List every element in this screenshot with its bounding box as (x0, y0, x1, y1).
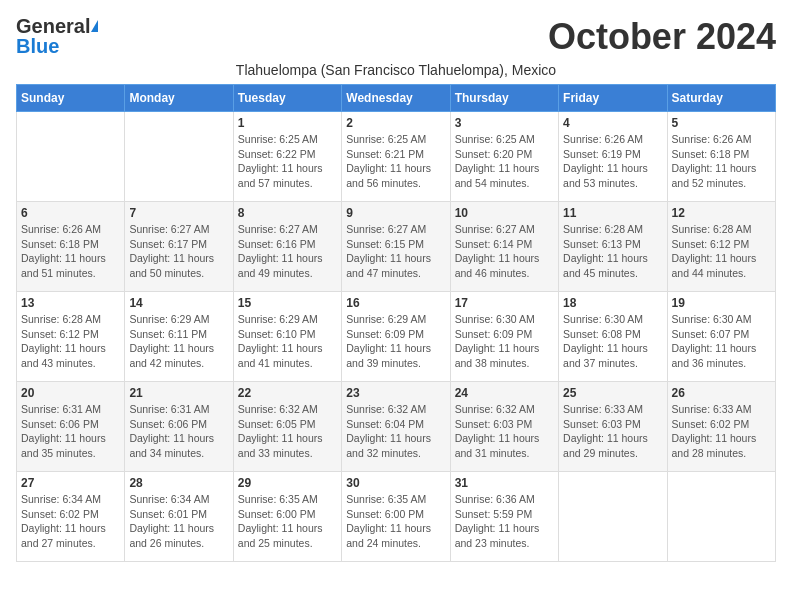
day-number: 14 (129, 296, 228, 310)
day-info: Sunrise: 6:28 AM Sunset: 6:12 PM Dayligh… (21, 312, 120, 371)
day-number: 16 (346, 296, 445, 310)
day-info: Sunrise: 6:33 AM Sunset: 6:03 PM Dayligh… (563, 402, 662, 461)
day-info: Sunrise: 6:32 AM Sunset: 6:05 PM Dayligh… (238, 402, 337, 461)
day-info: Sunrise: 6:27 AM Sunset: 6:16 PM Dayligh… (238, 222, 337, 281)
day-info: Sunrise: 6:29 AM Sunset: 6:11 PM Dayligh… (129, 312, 228, 371)
calendar-cell: 10Sunrise: 6:27 AM Sunset: 6:14 PM Dayli… (450, 202, 558, 292)
calendar-cell: 1Sunrise: 6:25 AM Sunset: 6:22 PM Daylig… (233, 112, 341, 202)
calendar-cell: 29Sunrise: 6:35 AM Sunset: 6:00 PM Dayli… (233, 472, 341, 562)
header: General Blue October 2024 (16, 16, 776, 58)
header-wednesday: Wednesday (342, 85, 450, 112)
day-info: Sunrise: 6:25 AM Sunset: 6:20 PM Dayligh… (455, 132, 554, 191)
day-number: 24 (455, 386, 554, 400)
day-info: Sunrise: 6:36 AM Sunset: 5:59 PM Dayligh… (455, 492, 554, 551)
calendar-cell: 13Sunrise: 6:28 AM Sunset: 6:12 PM Dayli… (17, 292, 125, 382)
day-info: Sunrise: 6:30 AM Sunset: 6:07 PM Dayligh… (672, 312, 771, 371)
logo-text: General (16, 16, 98, 36)
day-number: 10 (455, 206, 554, 220)
day-info: Sunrise: 6:35 AM Sunset: 6:00 PM Dayligh… (346, 492, 445, 551)
logo: General Blue (16, 16, 98, 56)
calendar-cell: 14Sunrise: 6:29 AM Sunset: 6:11 PM Dayli… (125, 292, 233, 382)
calendar-cell: 8Sunrise: 6:27 AM Sunset: 6:16 PM Daylig… (233, 202, 341, 292)
day-info: Sunrise: 6:25 AM Sunset: 6:22 PM Dayligh… (238, 132, 337, 191)
day-info: Sunrise: 6:30 AM Sunset: 6:09 PM Dayligh… (455, 312, 554, 371)
day-info: Sunrise: 6:27 AM Sunset: 6:15 PM Dayligh… (346, 222, 445, 281)
day-number: 21 (129, 386, 228, 400)
day-info: Sunrise: 6:27 AM Sunset: 6:14 PM Dayligh… (455, 222, 554, 281)
day-info: Sunrise: 6:30 AM Sunset: 6:08 PM Dayligh… (563, 312, 662, 371)
calendar-cell: 5Sunrise: 6:26 AM Sunset: 6:18 PM Daylig… (667, 112, 775, 202)
calendar-cell: 7Sunrise: 6:27 AM Sunset: 6:17 PM Daylig… (125, 202, 233, 292)
day-number: 18 (563, 296, 662, 310)
day-number: 9 (346, 206, 445, 220)
calendar-cell: 15Sunrise: 6:29 AM Sunset: 6:10 PM Dayli… (233, 292, 341, 382)
calendar-cell: 19Sunrise: 6:30 AM Sunset: 6:07 PM Dayli… (667, 292, 775, 382)
calendar-header-row: SundayMondayTuesdayWednesdayThursdayFrid… (17, 85, 776, 112)
logo-triangle-icon (91, 20, 98, 32)
day-number: 7 (129, 206, 228, 220)
calendar-cell: 21Sunrise: 6:31 AM Sunset: 6:06 PM Dayli… (125, 382, 233, 472)
day-info: Sunrise: 6:26 AM Sunset: 6:18 PM Dayligh… (672, 132, 771, 191)
calendar-cell: 17Sunrise: 6:30 AM Sunset: 6:09 PM Dayli… (450, 292, 558, 382)
day-info: Sunrise: 6:25 AM Sunset: 6:21 PM Dayligh… (346, 132, 445, 191)
day-number: 5 (672, 116, 771, 130)
calendar-cell: 3Sunrise: 6:25 AM Sunset: 6:20 PM Daylig… (450, 112, 558, 202)
day-number: 27 (21, 476, 120, 490)
day-number: 6 (21, 206, 120, 220)
day-number: 29 (238, 476, 337, 490)
calendar-cell: 9Sunrise: 6:27 AM Sunset: 6:15 PM Daylig… (342, 202, 450, 292)
day-number: 28 (129, 476, 228, 490)
day-number: 20 (21, 386, 120, 400)
day-info: Sunrise: 6:26 AM Sunset: 6:18 PM Dayligh… (21, 222, 120, 281)
header-friday: Friday (559, 85, 667, 112)
calendar-cell: 12Sunrise: 6:28 AM Sunset: 6:12 PM Dayli… (667, 202, 775, 292)
day-info: Sunrise: 6:27 AM Sunset: 6:17 PM Dayligh… (129, 222, 228, 281)
calendar-cell: 31Sunrise: 6:36 AM Sunset: 5:59 PM Dayli… (450, 472, 558, 562)
calendar-cell: 23Sunrise: 6:32 AM Sunset: 6:04 PM Dayli… (342, 382, 450, 472)
day-number: 3 (455, 116, 554, 130)
calendar-cell: 11Sunrise: 6:28 AM Sunset: 6:13 PM Dayli… (559, 202, 667, 292)
day-info: Sunrise: 6:26 AM Sunset: 6:19 PM Dayligh… (563, 132, 662, 191)
calendar-cell: 20Sunrise: 6:31 AM Sunset: 6:06 PM Dayli… (17, 382, 125, 472)
calendar-cell (667, 472, 775, 562)
calendar-cell: 18Sunrise: 6:30 AM Sunset: 6:08 PM Dayli… (559, 292, 667, 382)
header-tuesday: Tuesday (233, 85, 341, 112)
day-number: 23 (346, 386, 445, 400)
week-row-2: 6Sunrise: 6:26 AM Sunset: 6:18 PM Daylig… (17, 202, 776, 292)
day-number: 11 (563, 206, 662, 220)
calendar-cell: 2Sunrise: 6:25 AM Sunset: 6:21 PM Daylig… (342, 112, 450, 202)
day-number: 8 (238, 206, 337, 220)
day-number: 1 (238, 116, 337, 130)
day-info: Sunrise: 6:28 AM Sunset: 6:13 PM Dayligh… (563, 222, 662, 281)
calendar-cell: 24Sunrise: 6:32 AM Sunset: 6:03 PM Dayli… (450, 382, 558, 472)
week-row-4: 20Sunrise: 6:31 AM Sunset: 6:06 PM Dayli… (17, 382, 776, 472)
day-number: 26 (672, 386, 771, 400)
logo-blue: Blue (16, 35, 59, 57)
header-sunday: Sunday (17, 85, 125, 112)
calendar-cell: 30Sunrise: 6:35 AM Sunset: 6:00 PM Dayli… (342, 472, 450, 562)
day-info: Sunrise: 6:32 AM Sunset: 6:04 PM Dayligh… (346, 402, 445, 461)
day-info: Sunrise: 6:29 AM Sunset: 6:09 PM Dayligh… (346, 312, 445, 371)
day-info: Sunrise: 6:34 AM Sunset: 6:02 PM Dayligh… (21, 492, 120, 551)
calendar-cell (559, 472, 667, 562)
day-number: 17 (455, 296, 554, 310)
calendar-cell: 28Sunrise: 6:34 AM Sunset: 6:01 PM Dayli… (125, 472, 233, 562)
calendar-cell: 26Sunrise: 6:33 AM Sunset: 6:02 PM Dayli… (667, 382, 775, 472)
calendar-cell (17, 112, 125, 202)
day-number: 4 (563, 116, 662, 130)
day-number: 22 (238, 386, 337, 400)
day-info: Sunrise: 6:31 AM Sunset: 6:06 PM Dayligh… (21, 402, 120, 461)
day-number: 2 (346, 116, 445, 130)
day-info: Sunrise: 6:29 AM Sunset: 6:10 PM Dayligh… (238, 312, 337, 371)
day-number: 19 (672, 296, 771, 310)
day-info: Sunrise: 6:31 AM Sunset: 6:06 PM Dayligh… (129, 402, 228, 461)
header-thursday: Thursday (450, 85, 558, 112)
calendar-cell: 27Sunrise: 6:34 AM Sunset: 6:02 PM Dayli… (17, 472, 125, 562)
day-number: 13 (21, 296, 120, 310)
subtitle: Tlahuelompa (San Francisco Tlahuelompa),… (16, 62, 776, 78)
calendar-cell (125, 112, 233, 202)
week-row-5: 27Sunrise: 6:34 AM Sunset: 6:02 PM Dayli… (17, 472, 776, 562)
calendar-table: SundayMondayTuesdayWednesdayThursdayFrid… (16, 84, 776, 562)
logo-general: General (16, 15, 90, 37)
day-info: Sunrise: 6:35 AM Sunset: 6:00 PM Dayligh… (238, 492, 337, 551)
